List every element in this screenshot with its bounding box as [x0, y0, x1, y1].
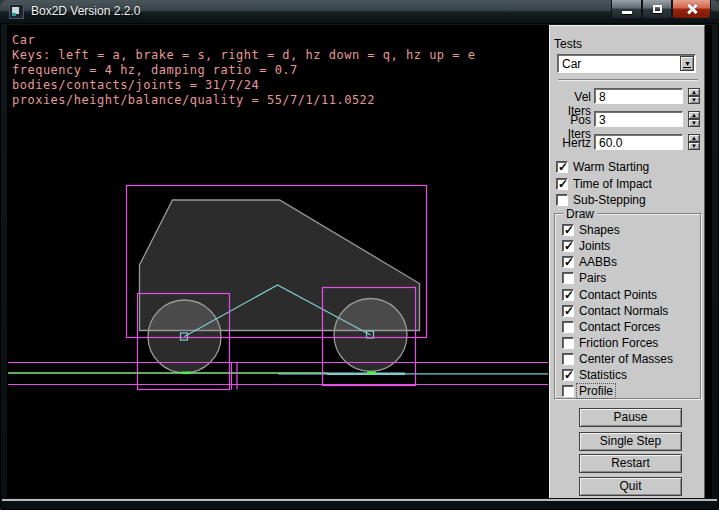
maximize-button[interactable]: [642, 0, 672, 19]
separator: [558, 79, 698, 81]
window-title: Box2D Version 2.2.0: [31, 4, 140, 18]
pause-button[interactable]: Pause: [579, 408, 682, 427]
hertz-input[interactable]: 60.0: [594, 134, 683, 150]
caption-buttons: [611, 0, 711, 19]
chevron-down-icon: ▼: [684, 60, 691, 67]
checkbox-icon[interactable]: [556, 194, 568, 206]
control-panel: Tests Car ▼ Vel Iters 8 ▲ ▼ Pos Iters 3 …: [549, 25, 705, 498]
pos-iters-row: Pos Iters 3 ▲ ▼: [550, 111, 706, 128]
minimize-button[interactable]: [611, 0, 642, 19]
checkbox-icon[interactable]: ✓: [556, 178, 568, 190]
checkbox-icon[interactable]: [562, 321, 574, 333]
checkbox-icon[interactable]: ✓: [562, 256, 574, 268]
spinner-up-icon[interactable]: ▲: [688, 134, 700, 142]
checkbox-icon[interactable]: ✓: [562, 240, 574, 252]
hertz-row: Hertz 60.0 ▲ ▼: [550, 134, 706, 151]
checkbox-icon[interactable]: ✓: [556, 161, 568, 173]
contact-point-front: [367, 372, 376, 375]
spinner-down-icon[interactable]: ▼: [688, 119, 700, 127]
pos-iters-stepper: ▲ ▼: [688, 111, 700, 127]
vel-iters-stepper: ▲ ▼: [688, 88, 700, 104]
window-bottom-edge: [2, 499, 717, 501]
pos-iters-input[interactable]: 3: [594, 111, 683, 127]
spinner-down-icon[interactable]: ▼: [688, 96, 700, 104]
spinner-down-icon[interactable]: ▼: [688, 142, 700, 150]
checkbox-icon[interactable]: ✓: [562, 369, 574, 381]
spinner-up-icon[interactable]: ▲: [688, 88, 700, 96]
close-button[interactable]: [672, 0, 711, 19]
checkbox-icon[interactable]: ✓: [562, 289, 574, 301]
quit-button[interactable]: Quit: [579, 477, 682, 496]
hertz-label: Hertz: [550, 136, 591, 150]
title-bar[interactable]: Box2D Version 2.2.0: [0, 0, 719, 24]
hertz-stepper: ▲ ▼: [688, 134, 700, 150]
restart-button[interactable]: Restart: [579, 454, 682, 473]
checkbox-icon[interactable]: [562, 385, 574, 397]
single-step-button[interactable]: Single Step: [579, 432, 682, 451]
checkbox-icon[interactable]: [562, 337, 574, 349]
draw-group-label: Draw: [563, 207, 597, 221]
app-window: Box2D Version 2.2.0: [0, 0, 719, 510]
contact-point-rear: [182, 372, 191, 375]
checkbox-icon[interactable]: ✓: [562, 224, 574, 236]
vel-iters-input[interactable]: 8: [594, 88, 683, 104]
tests-dropdown-button[interactable]: ▼: [680, 56, 694, 71]
tests-dropdown[interactable]: Car ▼: [557, 54, 696, 73]
maximize-icon: [653, 5, 662, 13]
tests-dropdown-value: Car: [562, 57, 581, 71]
debug-text: Car Keys: left = a, brake = s, right = d…: [12, 33, 475, 108]
close-icon: [686, 3, 698, 15]
minimize-icon: [622, 11, 632, 14]
vel-iters-row: Vel Iters 8 ▲ ▼: [550, 88, 706, 105]
tests-label: Tests: [554, 37, 582, 51]
checkbox-icon[interactable]: ✓: [562, 305, 574, 317]
spinner-up-icon[interactable]: ▲: [688, 111, 700, 119]
app-icon: [9, 4, 24, 19]
checkbox-icon[interactable]: [562, 353, 574, 365]
simulation-canvas[interactable]: Car Keys: left = a, brake = s, right = d…: [7, 25, 549, 498]
checkbox-icon[interactable]: [562, 272, 574, 284]
